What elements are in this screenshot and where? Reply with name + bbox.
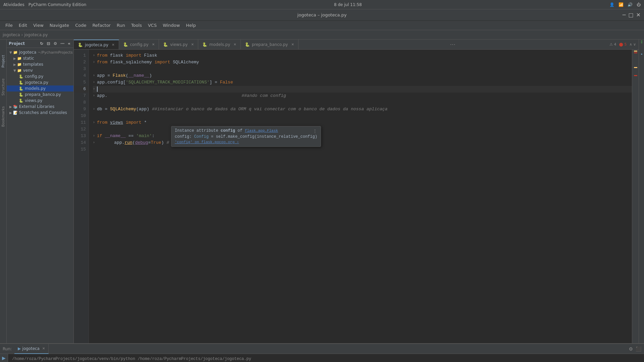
tree-views-py[interactable]: 🐍 views.py xyxy=(7,98,73,104)
sidebar-title: Project xyxy=(9,41,25,46)
tree-scratches[interactable]: ▶ 📝 Scratches and Consoles xyxy=(7,110,73,116)
code-line-5: › app.config['SQLALCHEMY_TRACK_MODIFICAT… xyxy=(93,79,632,86)
activities-label[interactable]: Atividades xyxy=(3,2,24,7)
tree-jogoteca-folder[interactable]: ▼ 📁 jogoteca ~/PycharmProjects xyxy=(7,49,73,55)
tab-models-close[interactable]: ✕ xyxy=(233,43,236,46)
minimize-button[interactable]: ─ xyxy=(623,12,626,18)
code-content[interactable]: › from flask import Flask › from flask_s… xyxy=(89,50,632,343)
right-gutter xyxy=(632,50,639,343)
menu-help[interactable]: Help xyxy=(183,22,199,28)
hide-icon[interactable]: « xyxy=(67,41,71,46)
menu-code[interactable]: Code xyxy=(72,22,89,28)
menu-run[interactable]: Run xyxy=(114,22,128,28)
code-line-7: › app. ##ando com config xyxy=(93,93,632,99)
menu-window[interactable]: Window xyxy=(160,22,182,28)
breadcrumb-project[interactable]: jogoteca xyxy=(3,33,20,37)
tab-models-py[interactable]: 🐍 models.py ✕ xyxy=(198,40,241,50)
panel-tabs: Project Structure Bookmarks xyxy=(0,40,7,343)
popup-type-label: config: xyxy=(175,134,192,139)
tab-prepara-close[interactable]: ✕ xyxy=(291,43,294,46)
popup-external-link[interactable]: 'config' on flask.pocoo.org › xyxy=(175,140,239,144)
run-command-path: /home/roza/PycharmProjects/jogoteca/venv… xyxy=(12,356,640,362)
menu-view[interactable]: View xyxy=(31,22,46,28)
popup-class-link[interactable]: flask.app.Flask xyxy=(245,129,278,133)
menu-file[interactable]: File xyxy=(3,22,15,28)
run-settings-icon[interactable]: ⚙ xyxy=(629,346,633,352)
line-num-13: 13 xyxy=(74,133,89,139)
tree-venv-folder[interactable]: ▼ 📁 venv xyxy=(7,67,73,73)
window-controls[interactable]: ─ □ ✕ xyxy=(623,12,641,18)
tree-prepara-py[interactable]: 🐍 prepara_banco.py xyxy=(7,92,73,98)
run-expand-icon[interactable]: ⬛ xyxy=(636,346,641,352)
code-line-11: › from views import * xyxy=(93,119,632,126)
main-layout: Project Structure Bookmarks Project ↻ ⊟ … xyxy=(0,40,644,343)
system-bar-right: 👤 📶 🔊 ⏻ xyxy=(609,2,641,7)
code-line-3 xyxy=(93,66,632,72)
tab-views-close[interactable]: ✕ xyxy=(191,43,194,46)
expand-icon[interactable]: ∧ ∨ xyxy=(629,42,636,47)
sync-icon[interactable]: ↻ xyxy=(39,41,44,46)
run-play-icon[interactable]: ▶ xyxy=(2,355,6,361)
code-line-1: › from flask import Flask xyxy=(93,52,632,59)
tab-jogoteca-icon: 🐍 xyxy=(78,43,83,47)
warning-badge: ⚠ 4 xyxy=(609,42,616,47)
menu-navigate[interactable]: Navigate xyxy=(47,22,72,28)
more-icon[interactable]: ⋯ xyxy=(59,41,65,46)
tree-models-label: models.py xyxy=(25,86,46,91)
tab-jogoteca-close[interactable]: ✕ xyxy=(112,43,114,47)
sidebar: Project ↻ ⊟ ⚙ ⋯ « ▼ 📁 jogoteca ~/Pycharm… xyxy=(7,40,74,343)
menu-vcs[interactable]: VCS xyxy=(145,22,159,28)
popup-more-button[interactable]: ⋮ xyxy=(313,128,317,134)
run-tab-close[interactable]: ✕ xyxy=(42,347,45,350)
system-bar: Atividades PyCharm Community Edition 8 d… xyxy=(0,0,644,9)
code-line-6: › xyxy=(93,86,632,93)
tree-jogoteca-py[interactable]: 🐍 jogoteca.py xyxy=(7,79,73,85)
run-content: /home/roza/PycharmProjects/jogoteca/venv… xyxy=(8,354,644,362)
breadcrumb-file[interactable]: jogoteca.py xyxy=(24,33,48,37)
code-line-2: › from flask_sqlalchemy import SQLAlchem… xyxy=(93,59,632,66)
tab-config-close[interactable]: ✕ xyxy=(152,43,155,46)
menu-edit[interactable]: Edit xyxy=(16,22,30,28)
bookmarks-panel-tab[interactable]: Bookmarks xyxy=(0,104,6,129)
tab-prepara-py[interactable]: 🐍 prepara_banco.py ✕ xyxy=(241,40,299,50)
project-panel-tab[interactable]: Project xyxy=(0,53,6,70)
error-marker-2 xyxy=(634,75,637,76)
run-left-tools: ▶ ↺ — ≡ — 🔧 ⚡ 🗑 xyxy=(0,354,8,362)
settings-icon[interactable]: ⚙ xyxy=(52,41,58,46)
tree-external-libs[interactable]: ▶ 📚 External Libraries xyxy=(7,104,73,110)
close-button[interactable]: ✕ xyxy=(636,12,641,18)
tree-models-py[interactable]: 🐍 models.py xyxy=(7,85,73,92)
tree-templates-folder[interactable]: ▶ 📁 templates xyxy=(7,61,73,67)
tree-static-folder[interactable]: ▶ 📁 static xyxy=(7,55,73,61)
popup-type-value: Config xyxy=(194,134,209,139)
menu-refactor[interactable]: Refactor xyxy=(90,22,113,28)
run-tab-icon: ▶ xyxy=(18,346,21,351)
title-bar: jogoteca – jogoteca.py ─ □ ✕ xyxy=(0,9,644,21)
code-editor[interactable]: 1 2 3 4 5 6 7 8 9 10 11 12 13 14 15 › xyxy=(74,50,639,343)
popup-link-line: 'config' on flask.pocoo.org › xyxy=(175,140,317,144)
tree-templates-label: templates xyxy=(23,62,43,67)
run-tab-jogoteca[interactable]: ▶ jogoteca ✕ xyxy=(14,344,49,354)
tab-more-button[interactable]: ⋯ xyxy=(447,41,458,48)
volume-icon: 🔊 xyxy=(628,2,633,7)
line-num-6: 6 xyxy=(74,86,89,93)
tree-config-py[interactable]: 🐍 config.py xyxy=(7,73,73,79)
run-output: /home/roza/PycharmProjects/jogoteca/venv… xyxy=(8,354,644,362)
line-num-8: 8 xyxy=(74,99,89,106)
tab-views-py[interactable]: 🐍 views.py ✕ xyxy=(159,40,198,50)
app-name-label: PyCharm Community Edition xyxy=(29,2,87,7)
tab-config-py[interactable]: 🐍 config.py ✕ xyxy=(119,40,159,50)
menu-tools[interactable]: Tools xyxy=(128,22,145,28)
code-line-9: › db = SQLAlchemy(app) ##instanciar o ba… xyxy=(93,106,632,113)
run-panel: Run: ▶ jogoteca ✕ ⚙ ⬛ ▶ ↺ — ≡ — 🔧 ⚡ 🗑 /h… xyxy=(0,343,644,362)
power-icon[interactable]: ⏻ xyxy=(637,2,641,7)
line-num-11: 11 xyxy=(74,119,89,126)
tab-jogoteca-py[interactable]: 🐍 jogoteca.py ✕ xyxy=(74,40,119,50)
line-num-7: 7 xyxy=(74,93,89,99)
collapse-icon[interactable]: ⊟ xyxy=(46,41,51,46)
tree-jogoteca-label: jogoteca xyxy=(19,50,37,55)
run-label: Run: xyxy=(3,347,12,351)
tab-views-label: views.py xyxy=(170,42,187,47)
structure-panel-tab[interactable]: Structure xyxy=(0,76,6,98)
maximize-button[interactable]: □ xyxy=(628,12,633,18)
